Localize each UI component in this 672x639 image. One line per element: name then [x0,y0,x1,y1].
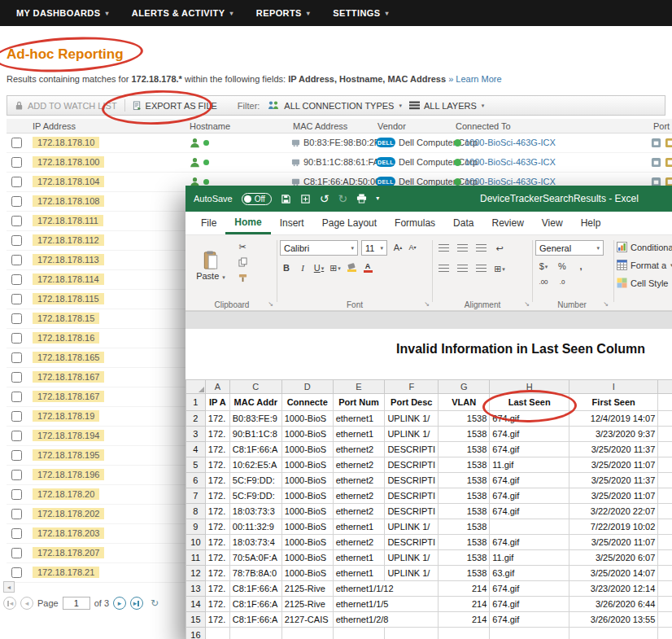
row-checkbox[interactable] [11,431,22,441]
cell[interactable]: 172. [205,535,229,550]
row-checkbox[interactable] [11,509,22,519]
wrap-text-icon[interactable]: ↩ [493,242,506,255]
ribbon-tab-help[interactable]: Help [572,212,610,234]
cell[interactable]: ethernet2 [333,488,385,504]
row-header-14[interactable]: 14 [186,597,206,612]
row-checkbox[interactable] [11,157,22,168]
ribbon-tab-insert[interactable]: Insert [271,212,313,234]
italic-icon[interactable]: I [296,261,309,274]
cell[interactable]: 3/23/2020 12:14 [569,581,658,597]
cell[interactable]: 674.gif [490,411,569,427]
cell[interactable] [658,427,672,442]
connected-to-link[interactable]: 1000-BioSci-463G-ICX [465,157,556,167]
cell[interactable]: 3/26/2020 13:55 [569,612,658,628]
cell[interactable]: 1538 [439,411,490,427]
column-letter-a[interactable]: A [205,380,229,394]
cell[interactable] [658,535,672,550]
cell[interactable]: 78:7B:8A:0 [229,566,281,581]
ribbon-tab-data[interactable]: Data [444,212,482,234]
cell[interactable]: ethernet2 [333,442,385,457]
autosave-toggle[interactable]: Off [242,193,272,205]
column-letter-f[interactable]: F [385,380,439,394]
grow-font-icon[interactable]: A▴ [391,241,404,254]
font-size-select[interactable]: 11▾ [361,240,387,256]
ribbon-tab-page-layout[interactable]: Page Layout [313,212,386,234]
header-cell-port-num[interactable]: Port Num [333,394,385,411]
percent-icon[interactable]: % [556,260,569,273]
cell[interactable]: 3/26/2020 6:44 [569,597,658,612]
cell[interactable]: C8:1F:66:A [229,581,281,597]
cell[interactable]: 2127-CAIS [281,612,333,628]
cell[interactable]: 00:11:32:9 [229,519,281,535]
connected-to-link[interactable]: 1000-BioSci-463G-ICX [465,138,556,147]
column-letter-i[interactable]: I [569,380,658,394]
cell[interactable]: 1000-BioS [281,457,333,473]
row-checkbox[interactable] [11,313,22,324]
row-checkbox[interactable] [11,196,22,207]
cell[interactable]: 12/4/2019 14:07 [569,411,658,427]
header-cell-ip-a[interactable]: IP A [205,394,229,411]
undo-icon[interactable]: ↺ [320,193,329,204]
align-bottom-icon[interactable] [474,242,487,255]
column-letter-h[interactable]: H [490,380,569,394]
cell[interactable]: DESCRIPTI [385,442,439,457]
column-letter-c[interactable]: C [229,380,281,394]
cell[interactable]: 11.gif [490,457,569,473]
page-number-input[interactable] [63,597,90,610]
select-all-corner[interactable] [186,380,206,394]
cell[interactable]: ethernet1 [333,411,385,427]
cell-styles-button[interactable]: Cell Style▾ [617,278,672,288]
cell[interactable]: 172. [205,612,229,628]
cell[interactable]: 172. [205,519,229,535]
cell[interactable]: UPLINK 1/ [385,427,439,442]
cell[interactable]: 1000-BioS [281,473,333,488]
cell[interactable]: 172. [205,473,229,488]
cell[interactable]: UPLINK 1/ [385,550,439,566]
cell[interactable]: 674.gif [490,597,569,612]
cell[interactable]: 1538 [439,488,490,504]
cell[interactable]: 1000-BioS [281,566,333,581]
bold-icon[interactable]: B [280,261,293,274]
header-cell-connecte[interactable]: Connecte [281,394,333,411]
header-cell-first-seen[interactable]: First Seen [569,394,658,411]
underline-icon[interactable]: U▾ [312,261,325,274]
cell[interactable]: 1538 [439,473,490,488]
column-letter-d[interactable]: D [281,380,333,394]
cell[interactable]: 674.gif [490,581,569,597]
cell[interactable]: 1000-BioS [281,535,333,550]
cell[interactable]: 172. [205,488,229,504]
cell[interactable]: 3/25/2020 11:07 [569,535,658,550]
cell[interactable] [439,628,490,639]
row-checkbox[interactable] [11,470,22,480]
align-middle-icon[interactable] [456,242,469,255]
cell[interactable]: 2125-Rive [281,581,333,597]
row-checkbox[interactable] [11,274,22,285]
cell[interactable]: 10:62:E5:A [229,457,281,473]
cell[interactable] [658,581,672,597]
cell[interactable]: 674.gif [490,473,569,488]
sheet-title-cell[interactable]: Invalid Information in Last Seen Column [366,342,672,357]
cell[interactable]: 214 [439,597,490,612]
row-header-15[interactable]: 15 [186,612,206,628]
row-checkbox[interactable] [11,216,22,226]
clipboard-dialog-launcher-icon[interactable]: ↘ [268,300,273,308]
borders-icon[interactable]: ⊞▾ [329,261,342,274]
cell[interactable]: ethernet1/1/12 [333,581,438,597]
cell[interactable] [658,442,672,457]
nav-item-my-dashboards[interactable]: MY DASHBOARDS▾ [5,0,120,26]
ribbon-tab-view[interactable]: View [533,212,572,234]
cell[interactable] [658,628,672,639]
cell[interactable]: 3/25/2020 14:07 [569,566,658,581]
cell[interactable]: 1538 [439,442,490,457]
layers-dropdown[interactable]: ALL LAYERS▾ [409,101,484,111]
column-letter-g[interactable]: G [439,380,490,394]
cell[interactable]: ethernet1 [333,550,385,566]
cell[interactable]: 1538 [439,535,490,550]
cell[interactable]: ethernet1 [333,519,385,535]
cell[interactable]: 7/22/2019 10:02 [569,519,658,535]
cell[interactable] [658,457,672,473]
cell[interactable]: 214 [439,612,490,628]
cell[interactable]: 172. [205,427,229,442]
header-cell-vlan[interactable]: VLAN [439,394,490,411]
cell[interactable]: ethernet2 [333,473,385,488]
